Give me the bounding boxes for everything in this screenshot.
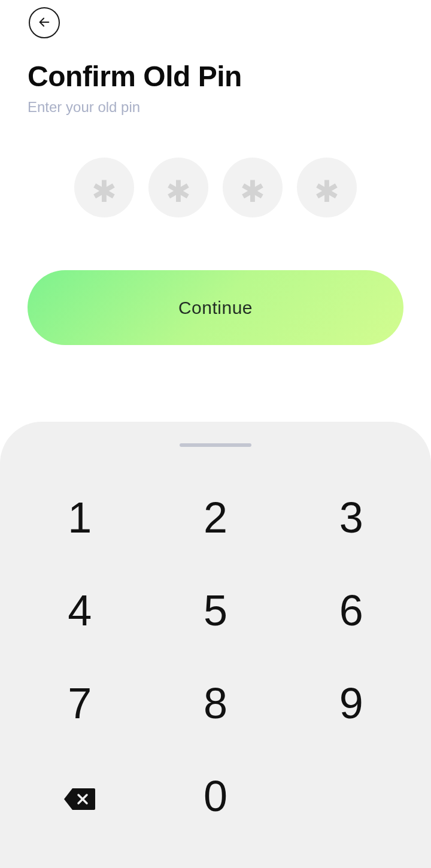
pin-digit-1[interactable]: ✱	[74, 158, 134, 217]
keypad-key-backspace[interactable]	[12, 749, 148, 842]
page-title: Confirm Old Pin	[28, 60, 403, 93]
arrow-left-icon	[38, 16, 51, 31]
keypad-key-9[interactable]: 9	[283, 657, 419, 749]
keypad-sheet: 1 2 3 4 5 6 7 8 9 0	[0, 422, 431, 868]
keypad-key-0[interactable]: 0	[148, 749, 284, 842]
pin-digit-2[interactable]: ✱	[148, 158, 208, 217]
keypad-key-2[interactable]: 2	[148, 471, 284, 564]
keypad-key-5[interactable]: 5	[148, 564, 284, 657]
keypad-key-8[interactable]: 8	[148, 657, 284, 749]
page-subtitle: Enter your old pin	[28, 99, 403, 116]
keypad-key-blank	[283, 749, 419, 842]
pin-digit-4[interactable]: ✱	[297, 158, 357, 217]
back-button[interactable]	[29, 7, 60, 38]
keypad-key-7[interactable]: 7	[12, 657, 148, 749]
pin-digit-3[interactable]: ✱	[223, 158, 283, 217]
keypad-key-4[interactable]: 4	[12, 564, 148, 657]
keypad-grid: 1 2 3 4 5 6 7 8 9 0	[0, 471, 431, 854]
backspace-icon	[63, 772, 96, 821]
continue-button[interactable]: Continue	[28, 270, 403, 345]
keypad-key-3[interactable]: 3	[283, 471, 419, 564]
drag-handle[interactable]	[180, 443, 251, 447]
keypad-key-6[interactable]: 6	[283, 564, 419, 657]
pin-input-row: ✱ ✱ ✱ ✱	[0, 158, 431, 217]
keypad-key-1[interactable]: 1	[12, 471, 148, 564]
